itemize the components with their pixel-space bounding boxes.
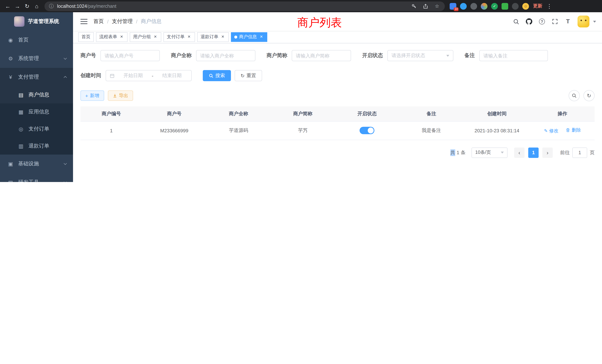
end-date-input[interactable]: 结束日期: [156, 72, 188, 79]
reset-button-label: 重置: [247, 72, 256, 79]
close-icon[interactable]: ×: [119, 34, 124, 40]
col-merchant-id: 商户编号: [80, 106, 142, 121]
avatar-caret-icon[interactable]: [593, 21, 596, 22]
tag-home[interactable]: 首页: [78, 32, 94, 42]
search-icon: [572, 93, 577, 98]
tag-merchant-info[interactable]: 商户信息×: [231, 32, 267, 42]
col-create-time: 创建时间: [463, 106, 530, 121]
search-button-label: 搜索: [215, 72, 225, 79]
reload-icon[interactable]: ↻: [22, 1, 32, 11]
short-name-input[interactable]: [292, 50, 351, 61]
breadcrumb-current: 商户信息: [141, 18, 162, 25]
annotation-merchant-list: 商户列表: [297, 15, 342, 30]
url-host: localhost:1024: [57, 3, 87, 9]
sidebar-item-label: 首页: [18, 37, 66, 43]
forward-icon[interactable]: →: [13, 1, 22, 11]
browser-toolbar: ← → ↻ ⌂ ⓘ localhost:1024/pay/merchant ☆ …: [0, 0, 602, 12]
sidebar-item-dev-tools[interactable]: ▨ 研发工具: [0, 173, 73, 182]
export-button[interactable]: 导出: [108, 90, 133, 101]
sidebar-item-merchant-info[interactable]: ▤ 商户信息: [0, 86, 73, 103]
tag-label: 用户分组: [133, 34, 151, 40]
extension-icon-5[interactable]: [502, 3, 508, 10]
content-area: 商户号 商户全称 商户简称 开启状态 请选择开启状态: [73, 43, 602, 182]
col-actions: 操作: [530, 106, 595, 121]
home-icon[interactable]: ⌂: [32, 1, 42, 11]
close-icon[interactable]: ×: [259, 34, 264, 40]
tag-refund-order[interactable]: 退款订单×: [197, 32, 229, 42]
status-toggle[interactable]: [360, 127, 375, 134]
sidebar-item-infrastructure[interactable]: ▣ 基础设施: [0, 155, 73, 173]
pagination-total-prefix: 共: [450, 149, 455, 156]
status-select[interactable]: 请选择开启状态: [387, 50, 453, 61]
sidebar-item-refund-order[interactable]: ▥ 退款订单: [0, 138, 73, 155]
address-bar[interactable]: ⓘ localhost:1024/pay/merchant ☆: [44, 1, 445, 11]
bookmark-star-icon[interactable]: ☆: [434, 3, 440, 10]
tag-user-group[interactable]: 用户分组×: [130, 32, 161, 42]
sidebar-item-pay-order[interactable]: ◎ 支付订单: [0, 120, 73, 138]
add-button[interactable]: + 新增: [80, 90, 104, 101]
profile-avatar-icon[interactable]: [481, 3, 487, 10]
cell-actions: ✎修改 删除: [530, 121, 595, 140]
browser-update-button[interactable]: 更新: [533, 3, 542, 9]
chevron-down-icon: [446, 55, 449, 56]
browser-menu-icon[interactable]: ⋮: [545, 1, 554, 11]
prev-page-button[interactable]: ‹: [514, 147, 525, 158]
extension-icon-3[interactable]: [470, 3, 477, 10]
create-time-range-picker[interactable]: 开始日期 - 结束日期: [106, 70, 192, 81]
font-size-icon[interactable]: T: [563, 17, 573, 26]
extension-icon-4[interactable]: ✓: [491, 3, 498, 10]
tag-pay-order[interactable]: 支付订单×: [163, 32, 195, 42]
sidebar-item-payment[interactable]: ¥ 支付管理: [0, 68, 73, 86]
help-icon[interactable]: ?: [537, 17, 547, 26]
toggle-search-button[interactable]: [569, 90, 580, 101]
share-icon[interactable]: [422, 3, 429, 10]
extension-icon-7[interactable]: ☺: [522, 3, 529, 10]
table-header-row: 商户编号 商户号 商户全称 商户简称 开启状态 备注 创建时间 操作: [80, 106, 595, 121]
edit-link[interactable]: ✎修改: [544, 128, 559, 134]
hamburger-icon[interactable]: [80, 19, 87, 24]
close-icon[interactable]: ×: [186, 34, 192, 40]
search-icon[interactable]: [511, 17, 521, 26]
site-info-icon[interactable]: ⓘ: [49, 3, 54, 10]
extension-icon-1[interactable]: 10: [450, 3, 456, 10]
close-icon[interactable]: ×: [153, 34, 158, 40]
user-avatar[interactable]: [578, 16, 589, 27]
next-page-button[interactable]: ›: [542, 147, 553, 158]
fullscreen-icon[interactable]: [550, 17, 560, 26]
reset-button[interactable]: ↻ 重置: [235, 70, 262, 81]
breadcrumb-payment[interactable]: 支付管理: [112, 18, 133, 25]
payment-submenu: ▤ 商户信息 ▦ 应用信息 ◎ 支付订单 ▥ 退款订单: [0, 86, 73, 155]
sidebar-item-system[interactable]: ⚙ 系统管理: [0, 49, 73, 68]
sidebar-logo[interactable]: 芋道管理系统: [0, 12, 73, 31]
goto-page-input[interactable]: [572, 147, 587, 158]
search-button[interactable]: 搜索: [203, 70, 231, 81]
page-1-button[interactable]: 1: [528, 147, 539, 158]
refresh-table-button[interactable]: ↻: [583, 90, 595, 101]
refresh-icon: ↻: [241, 73, 245, 78]
pagination-total-suffix: 条: [461, 149, 466, 156]
delete-link[interactable]: 删除: [566, 127, 581, 133]
merchant-name-input[interactable]: [196, 50, 255, 61]
extension-icon-2[interactable]: [460, 3, 467, 10]
cell-status: [335, 121, 399, 140]
tag-process-form[interactable]: 流程表单×: [96, 32, 128, 42]
url-path: /pay/merchant: [87, 3, 116, 9]
sidebar-item-home[interactable]: ◉ 首页: [0, 31, 73, 49]
extension-icon-6[interactable]: [512, 3, 519, 10]
password-key-icon[interactable]: [411, 3, 417, 10]
col-status: 开启状态: [335, 106, 399, 121]
chevron-down-icon: [64, 180, 67, 182]
create-time-label: 创建时间: [80, 72, 101, 79]
breadcrumb-home[interactable]: 首页: [93, 18, 104, 25]
refresh-icon: ↻: [587, 93, 591, 99]
page-size-select[interactable]: 10条/页: [472, 147, 507, 158]
back-icon[interactable]: ←: [3, 1, 13, 11]
github-icon[interactable]: [524, 17, 534, 26]
sidebar-item-app-info[interactable]: ▦ 应用信息: [0, 103, 73, 120]
merchant-no-input[interactable]: [100, 50, 160, 61]
start-date-input[interactable]: 开始日期: [118, 72, 149, 79]
col-remark: 备注: [399, 106, 463, 121]
close-icon[interactable]: ×: [220, 34, 225, 40]
remark-input[interactable]: [479, 50, 548, 61]
chevron-down-icon: [64, 56, 67, 60]
